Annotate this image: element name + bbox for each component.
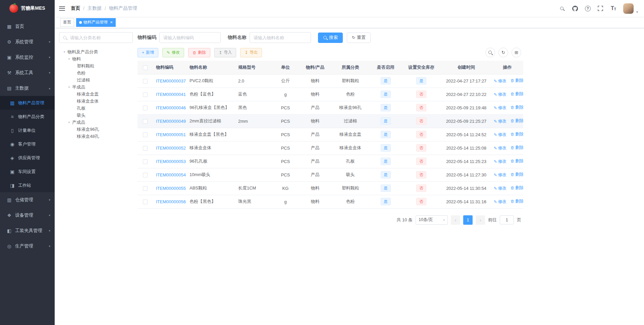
tree-node[interactable]: 塑料颗粒 bbox=[59, 62, 133, 69]
toggle-search-button[interactable] bbox=[485, 48, 495, 57]
sidebar-item-material-product-category[interactable]: ≡物料产品分类 bbox=[0, 110, 55, 123]
row-checkbox[interactable] bbox=[143, 119, 148, 124]
delete-button[interactable]: 删除 bbox=[188, 48, 210, 57]
tree-node[interactable]: 移液盒96孔 bbox=[59, 126, 133, 133]
sidebar-item-material-product-management[interactable]: ▥物料产品管理 bbox=[0, 96, 55, 110]
tree-node[interactable]: 移液盒盒体 bbox=[59, 98, 133, 105]
row-delete-button[interactable]: 删除 bbox=[511, 91, 523, 97]
row-checkbox[interactable] bbox=[143, 146, 148, 151]
row-checkbox[interactable] bbox=[143, 173, 148, 177]
tab-home[interactable]: 首页 bbox=[60, 18, 74, 27]
add-button[interactable]: + 新增 bbox=[138, 48, 158, 57]
row-checkbox[interactable] bbox=[143, 186, 148, 191]
tree-node[interactable]: ▾半成品 bbox=[59, 84, 133, 91]
row-delete-button[interactable]: 删除 bbox=[511, 118, 523, 124]
sidebar-item-system-monitor[interactable]: ▣系统监控▾ bbox=[0, 50, 55, 65]
row-checkbox[interactable] bbox=[143, 92, 148, 97]
material-code-link[interactable]: ITEM00000041 bbox=[156, 92, 186, 97]
help-icon[interactable]: ? bbox=[585, 6, 591, 11]
sidebar-item-measurement-unit[interactable]: ▯计量单位 bbox=[0, 123, 55, 137]
select-all-checkbox[interactable] bbox=[143, 65, 148, 70]
sidebar-toggle-icon[interactable] bbox=[59, 6, 65, 11]
sidebar-item-home[interactable]: ▦首页 bbox=[0, 19, 55, 34]
reset-button[interactable]: ↻ 重置 bbox=[347, 33, 371, 43]
next-page-button[interactable]: › bbox=[476, 215, 485, 225]
page-size-select[interactable]: 10条/页 ▾ bbox=[416, 215, 448, 225]
material-code-link[interactable]: ITEM00000054 bbox=[156, 172, 186, 177]
sidebar-item-workstation[interactable]: ◨工作站 bbox=[0, 178, 55, 192]
row-delete-button[interactable]: 删除 bbox=[511, 131, 523, 137]
goto-page-input[interactable] bbox=[500, 215, 514, 224]
import-button[interactable]: ↥ 导入 bbox=[214, 48, 236, 57]
material-code-link[interactable]: ITEM00000049 bbox=[156, 119, 186, 124]
edit-button[interactable]: ✎ 修改 bbox=[162, 48, 184, 57]
tree-node[interactable]: 色粉 bbox=[59, 69, 133, 76]
column-settings-button[interactable]: ⊞ bbox=[512, 48, 521, 57]
row-delete-button[interactable]: 删除 bbox=[511, 158, 523, 164]
row-edit-button[interactable]: ✎修改 bbox=[494, 78, 506, 84]
row-checkbox[interactable] bbox=[143, 106, 148, 110]
row-delete-button[interactable]: 删除 bbox=[511, 185, 523, 191]
row-delete-button[interactable]: 删除 bbox=[511, 78, 523, 84]
material-name-input[interactable] bbox=[250, 32, 311, 43]
sidebar-item-supplier-management[interactable]: ◈供应商管理 bbox=[0, 151, 55, 165]
font-size-icon[interactable]: TT bbox=[610, 5, 617, 12]
sidebar-item-customer-management[interactable]: ◉客户管理 bbox=[0, 137, 55, 151]
material-code-link[interactable]: ITEM00000046 bbox=[156, 105, 186, 110]
user-avatar[interactable] bbox=[623, 3, 634, 14]
row-delete-button[interactable]: 删除 bbox=[511, 145, 523, 151]
row-delete-button[interactable]: 删除 bbox=[511, 199, 523, 204]
sidebar-item-system-tools[interactable]: ⚒系统工具▾ bbox=[0, 65, 55, 80]
row-edit-button[interactable]: ✎修改 bbox=[494, 145, 506, 151]
row-checkbox[interactable] bbox=[143, 200, 148, 204]
material-code-link[interactable]: ITEM00000056 bbox=[156, 199, 186, 204]
sidebar-item-production-management[interactable]: ◎生产管理▾ bbox=[0, 238, 55, 254]
sidebar-item-workshop-settings[interactable]: ▣车间设置 bbox=[0, 165, 55, 178]
category-search-input[interactable] bbox=[69, 35, 129, 41]
tree-node[interactable]: ▾物料 bbox=[59, 55, 133, 62]
tree-node[interactable]: 吸头 bbox=[59, 112, 133, 119]
row-edit-button[interactable]: ✎修改 bbox=[494, 92, 506, 97]
material-code-link[interactable]: ITEM00000053 bbox=[156, 159, 186, 164]
refresh-table-button[interactable]: ↻ bbox=[498, 48, 508, 57]
row-edit-button[interactable]: ✎修改 bbox=[494, 105, 506, 111]
row-checkbox[interactable] bbox=[143, 159, 148, 164]
search-button[interactable]: 搜索 bbox=[318, 33, 343, 43]
fullscreen-icon[interactable] bbox=[597, 5, 604, 12]
material-code-link[interactable]: ITEM00000037 bbox=[156, 78, 186, 84]
close-icon[interactable]: ✕ bbox=[110, 20, 113, 24]
row-checkbox[interactable] bbox=[143, 132, 148, 137]
row-checkbox[interactable] bbox=[143, 79, 148, 84]
sidebar-item-master-data[interactable]: ▤主数据▴ bbox=[0, 80, 55, 96]
material-code-link[interactable]: ITEM00000051 bbox=[156, 132, 186, 137]
page-1-button[interactable]: 1 bbox=[463, 215, 473, 225]
row-delete-button[interactable]: 删除 bbox=[511, 105, 523, 110]
search-icon[interactable] bbox=[559, 5, 566, 12]
tree-node[interactable]: ▾产成品 bbox=[59, 119, 133, 126]
tree-node[interactable]: 移液盒盒盖 bbox=[59, 91, 133, 98]
tree-node[interactable]: ▾物料及产品分类 bbox=[59, 48, 133, 55]
sidebar-item-equipment-management[interactable]: ❖设备管理▾ bbox=[0, 208, 55, 223]
github-icon[interactable] bbox=[572, 5, 579, 12]
tree-node[interactable]: 孔板 bbox=[59, 105, 133, 112]
tree-node[interactable]: 过滤棉 bbox=[59, 76, 133, 84]
material-code-link[interactable]: ITEM00000052 bbox=[156, 146, 186, 151]
material-code-link[interactable]: ITEM00000055 bbox=[156, 186, 186, 191]
row-edit-button[interactable]: ✎修改 bbox=[494, 132, 506, 138]
export-button[interactable]: ↧ 导出 bbox=[240, 48, 262, 57]
row-edit-button[interactable]: ✎修改 bbox=[494, 118, 506, 124]
tab-material-product-management[interactable]: 物料产品管理 ✕ bbox=[76, 18, 116, 27]
app-logo[interactable]: 苦糖果MES bbox=[0, 0, 55, 17]
row-edit-button[interactable]: ✎修改 bbox=[494, 172, 506, 178]
breadcrumb-home[interactable]: 首页 bbox=[71, 5, 80, 11]
row-edit-button[interactable]: ✎修改 bbox=[494, 185, 506, 191]
prev-page-button[interactable]: ‹ bbox=[451, 215, 460, 225]
row-edit-button[interactable]: ✎修改 bbox=[494, 199, 506, 205]
sidebar-item-warehouse-management[interactable]: ▥仓储管理▾ bbox=[0, 192, 55, 208]
row-delete-button[interactable]: 删除 bbox=[511, 172, 523, 177]
material-code-input[interactable] bbox=[159, 32, 221, 43]
sidebar-item-system-management[interactable]: ⚙系统管理▾ bbox=[0, 34, 55, 50]
tree-node[interactable]: 移液盒48孔 bbox=[59, 133, 133, 140]
row-edit-button[interactable]: ✎修改 bbox=[494, 159, 506, 164]
chevron-down-icon[interactable]: ▾ bbox=[636, 10, 638, 14]
